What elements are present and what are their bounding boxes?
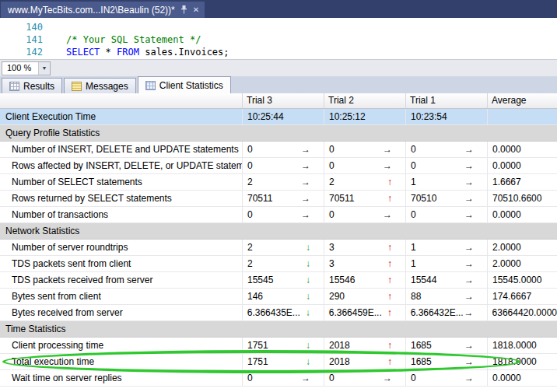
trend-same-icon: →	[464, 142, 474, 157]
tab-label: Results	[23, 81, 54, 92]
column-header-trial-2[interactable]: Trial 2	[324, 93, 406, 108]
average-value: 0.0000	[488, 158, 557, 173]
chevron-down-icon[interactable]: ▼	[38, 62, 50, 75]
trial-time-value: 10:23:54	[411, 109, 447, 124]
trend-down-icon: ↓	[306, 256, 310, 271]
trend-same-icon: →	[464, 256, 474, 271]
stat-row[interactable]: Rows returned by SELECT statements70511→…	[0, 191, 557, 207]
column-header-blank[interactable]	[0, 93, 243, 108]
section-row[interactable]: Query Profile Statistics	[0, 125, 557, 142]
trend-same-icon: →	[301, 142, 310, 157]
trial-value: 1	[411, 256, 416, 271]
result-tab-strip: ResultsMessagesClient Statistics	[0, 76, 557, 93]
editor-line: 141/* Your SQL Statement */	[0, 33, 557, 46]
column-header-average[interactable]: Average	[488, 93, 557, 108]
trial-time-value: 10:25:12	[329, 109, 366, 124]
trial-cell: 0→	[243, 158, 324, 173]
column-header-trial-3[interactable]: Trial 3	[243, 93, 324, 108]
trial-cell: 88→	[406, 289, 488, 304]
document-tab[interactable]: www.MyTecBits.com...IN2\Beaulin (52))* ✕	[1, 2, 205, 18]
trend-down-icon: ↓	[306, 289, 310, 304]
stat-row[interactable]: Rows affected by INSERT, DELETE, or UPDA…	[0, 158, 557, 174]
trend-up-icon: ↑	[387, 191, 392, 206]
trial-cell: 1→	[406, 240, 488, 255]
sql-editor[interactable]: 140141/* Your SQL Statement */142SELECT …	[0, 18, 557, 59]
stat-row[interactable]: Client processing time1751↓2018↑1685→181…	[0, 338, 557, 354]
trial-value: 0	[329, 370, 335, 386]
trend-up-icon: ↑	[387, 338, 392, 353]
editor-line: 140	[0, 21, 557, 33]
trial-cell: 0→	[324, 142, 406, 157]
stat-row[interactable]: Total execution time1751↓2018↑1685→1818.…	[0, 354, 557, 370]
client-statistics-grid: Trial 3Trial 2Trial 1Average Client Exec…	[0, 93, 557, 392]
trial-value: 1685	[411, 354, 432, 369]
trial-value: 1751	[247, 354, 268, 369]
trial-cell: 1→	[406, 256, 488, 271]
trial-value: 6.366432E...	[411, 305, 464, 320]
trend-same-icon: →	[383, 158, 392, 173]
section-row[interactable]: Time Statistics	[0, 321, 557, 338]
trial-time-cell: 10:25:12	[324, 109, 406, 124]
line-number: 140	[0, 21, 43, 33]
trend-same-icon: →	[464, 354, 474, 369]
stat-label: Bytes sent from client	[0, 289, 243, 304]
close-icon[interactable]: ✕	[193, 6, 199, 14]
average-value	[488, 109, 557, 124]
stat-label: Wait time on server replies	[0, 370, 243, 386]
trend-same-icon: →	[301, 174, 310, 190]
trial-cell: 0→	[324, 158, 406, 173]
stat-row[interactable]: Client Execution Time10:25:4410:25:1210:…	[0, 109, 557, 125]
zoom-level-select[interactable]: 100 % ▼	[2, 61, 51, 75]
tab-messages[interactable]: Messages	[64, 78, 136, 93]
trial-cell: 70511↑	[324, 191, 406, 206]
trial-time-cell: 10:25:44	[243, 109, 324, 124]
document-tab-strip: www.MyTecBits.com...IN2\Beaulin (52))* ✕	[0, 0, 557, 18]
average-value: 15545.0000	[488, 272, 557, 288]
trial-cell: 290↑	[324, 289, 406, 304]
trend-up-icon: ↑	[387, 272, 392, 288]
trial-value: 0	[411, 158, 416, 173]
line-number: 142	[0, 46, 43, 58]
stat-row[interactable]: Number of transactions0→0→0→0.0000	[0, 207, 557, 223]
trial-value: 2	[247, 256, 253, 271]
tab-label: Client Statistics	[159, 80, 223, 91]
trial-value: 2018	[329, 338, 350, 353]
stat-row[interactable]: Wait time on server replies0→0→0→0.0000	[0, 370, 557, 387]
trial-cell: 146↓	[243, 289, 324, 304]
code-token: *	[100, 47, 117, 58]
column-header-trial-1[interactable]: Trial 1	[406, 93, 488, 108]
stat-row[interactable]: TDS packets sent from client2↓3↑1→2.0000	[0, 256, 557, 272]
trial-value: 2	[247, 240, 253, 255]
trial-value: 0	[411, 207, 416, 222]
average-value: 0.0000	[488, 370, 557, 386]
stat-row[interactable]: Number of SELECT statements2→2↑1→1.6667	[0, 174, 557, 191]
section-row[interactable]: Network Statistics	[0, 223, 557, 240]
stat-row[interactable]: Bytes received from server6.366435E...↓6…	[0, 305, 557, 321]
trend-same-icon: →	[301, 207, 310, 222]
trial-cell: 2↑	[324, 174, 406, 190]
section-label: Network Statistics	[0, 223, 557, 239]
stat-label: Number of INSERT, DELETE and UPDATE stat…	[0, 142, 243, 157]
zoom-level-value: 100 %	[2, 62, 38, 75]
trial-cell: 15546↑	[324, 272, 406, 288]
trial-cell: 6.366432E...→	[406, 305, 488, 320]
document-tab-title: www.MyTecBits.com...IN2\Beaulin (52))*	[8, 5, 175, 16]
stat-row[interactable]: Number of INSERT, DELETE and UPDATE stat…	[0, 142, 557, 158]
trial-cell: 1→	[406, 174, 488, 190]
editor-line: 142SELECT * FROM sales.Invoices;	[0, 46, 557, 58]
stat-row[interactable]: Bytes sent from client146↓290↑88→174.666…	[0, 289, 557, 305]
tab-client-statistics[interactable]: Client Statistics	[138, 76, 231, 93]
trial-value: 2	[247, 174, 253, 190]
stat-label: Rows returned by SELECT statements	[0, 191, 243, 206]
trend-down-icon: ↓	[306, 240, 310, 255]
trend-up-icon: ↑	[387, 256, 392, 271]
average-value: 63664420.0000	[488, 305, 557, 320]
tab-results[interactable]: Results	[2, 78, 62, 93]
pin-icon[interactable]	[180, 5, 187, 14]
stat-row[interactable]: TDS packets received from server15545↓15…	[0, 272, 557, 289]
trial-value: 15545	[247, 272, 273, 288]
trend-up-icon: ↑	[387, 240, 392, 255]
stat-row[interactable]: Number of server roundtrips2↓3↑1→2.0000	[0, 240, 557, 256]
trend-same-icon: →	[301, 191, 310, 206]
messages-icon	[72, 82, 82, 91]
